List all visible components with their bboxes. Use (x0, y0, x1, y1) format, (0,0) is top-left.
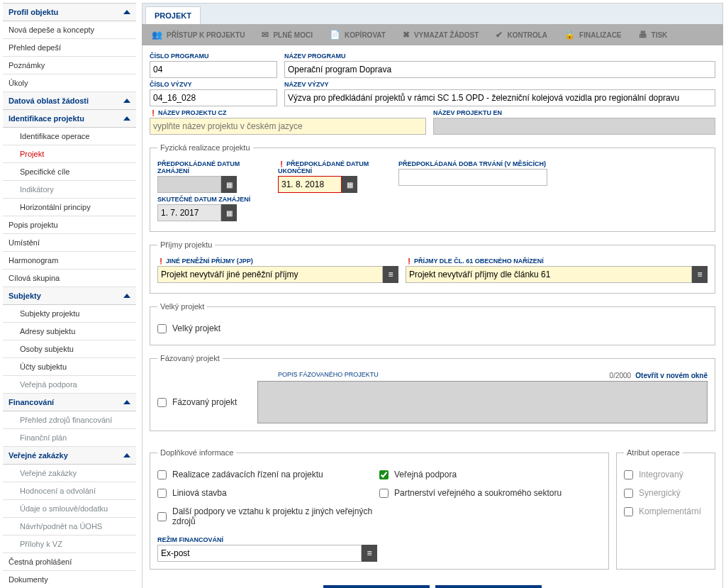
calendar-icon[interactable]: ▦ (221, 204, 237, 221)
fieldset-doplnkove: Doplňkové informace Realizace zadávacích… (150, 448, 609, 570)
chk-velky[interactable] (157, 324, 167, 333)
chk-realizace[interactable] (157, 470, 167, 479)
sidebar-item-vz[interactable]: Veřejné zakázky (3, 465, 136, 482)
main-panel: PROJEKT 👥PŘÍSTUP K PROJEKTU ✉PLNÉ MOCI 📄… (142, 0, 726, 588)
fieldset-atribut: Atribut operace Integrovaný Synergický K… (616, 448, 715, 570)
sidebar-item-udaje-smlouva[interactable]: Údaje o smlouvě/dodatku (3, 500, 136, 518)
sidebar-item-nova-depese[interactable]: Nová depeše a koncepty (3, 21, 136, 39)
lbl-chk-velky: Velký projekt (172, 323, 220, 333)
list-icon[interactable]: ≡ (383, 266, 398, 283)
input-skutecne[interactable] (157, 204, 221, 221)
input-trvani[interactable] (398, 169, 547, 186)
sidebar-item-harmonogram[interactable]: Harmonogram (3, 252, 136, 270)
lbl-cl61: PŘÍJMY DLE ČL. 61 OBECNÉHO NAŘÍZENÍ (406, 257, 708, 265)
input-cislo-vyzvy[interactable] (150, 89, 277, 106)
list-icon[interactable]: ≡ (692, 266, 708, 283)
btn-pristup[interactable]: 👥PŘÍSTUP K PROJEKTU (145, 27, 252, 43)
chevron-up-icon (123, 400, 130, 404)
sidebar-header-financovani[interactable]: Financování (3, 394, 136, 411)
sidebar-item-specificke-cile[interactable]: Specifické cíle (3, 163, 136, 181)
sidebar-item-ukoly[interactable]: Úkoly (3, 74, 136, 92)
sidebar-header-subjekty[interactable]: Subjekty (3, 287, 136, 305)
input-ukonceni[interactable] (278, 176, 342, 193)
fieldset-prijmy: Příjmy projektu JINÉ PENĚŽNÍ PŘÍJMY (JPP… (150, 240, 715, 294)
sidebar-item-horizontalni[interactable]: Horizontální principy (3, 199, 136, 216)
calendar-icon[interactable]: ▦ (221, 176, 237, 193)
chk-fazovany[interactable] (157, 398, 167, 407)
input-nazev-vyzvy[interactable] (284, 89, 715, 106)
print-icon: 🖶 (639, 30, 647, 40)
input-jpp[interactable] (157, 266, 383, 283)
fieldset-velky: Velký projekt Velký projekt (150, 302, 715, 345)
lbl-nazev-en: NÁZEV PROJEKTU EN (433, 109, 715, 116)
lock-icon: 🔒 (564, 30, 575, 40)
delete-icon: ✖ (403, 30, 410, 40)
input-nazev-programu[interactable] (284, 61, 715, 78)
sidebar-item-adresy[interactable]: Adresy subjektu (3, 323, 136, 340)
sidebar-item-umisteni[interactable]: Umístění (3, 234, 136, 252)
lbl-rezim: REŽIM FINANCOVÁNÍ (157, 536, 377, 543)
input-cislo-programu[interactable] (150, 61, 277, 78)
sidebar-item-osoby[interactable]: Osoby subjektu (3, 340, 136, 358)
chevron-up-icon (123, 116, 130, 121)
lbl-trvani: PŘEDPOKLÁDANÁ DOBA TRVÁNÍ (V MĚSÍCÍCH) (398, 160, 547, 167)
btn-tisk[interactable]: 🖶TISK (632, 27, 675, 43)
btn-kopirovat[interactable]: 📄KOPÍROVAT (323, 27, 393, 43)
sidebar-item-identifikace-operace[interactable]: Identifikace operace (3, 128, 136, 145)
save-button[interactable]: Uložit (323, 585, 430, 588)
check-icon: ✔ (496, 30, 503, 40)
link-open-window[interactable]: Otevřít v novém okně (635, 372, 708, 379)
sidebar-item-projekt[interactable]: Projekt (3, 145, 136, 163)
input-cl61[interactable] (406, 266, 692, 283)
sidebar-header-datova[interactable]: Datová oblast žádosti (3, 92, 136, 110)
input-nazev-cz[interactable] (150, 118, 426, 135)
sidebar-item-verejna-podpora[interactable]: Veřejná podpora (3, 376, 136, 394)
lbl-popis-faz: POPIS FÁZOVANÉHO PROJEKTU (278, 371, 379, 378)
sidebar-item-popis[interactable]: Popis projektu (3, 216, 136, 234)
sidebar: Profil objektu Nová depeše a koncepty Př… (0, 0, 142, 588)
faz-counter: 0/2000 (610, 372, 632, 379)
sidebar-item-subjekty-projektu[interactable]: Subjekty projektu (3, 305, 136, 323)
calendar-icon[interactable]: ▦ (342, 176, 357, 193)
sidebar-item-hodnoceni[interactable]: Hodnocení a odvolání (3, 482, 136, 500)
lbl-nazev-vyzvy: NÁZEV VÝZVY (284, 81, 715, 88)
chk-synergicky[interactable] (624, 489, 633, 498)
people-icon: 👥 (152, 30, 162, 40)
sidebar-header-verejne-zakazky[interactable]: Veřejné zakázky (3, 447, 136, 465)
chk-partnerstvi[interactable] (379, 489, 389, 498)
chk-liniova[interactable] (157, 489, 167, 498)
list-icon[interactable]: ≡ (362, 545, 377, 562)
btn-vymazat[interactable]: ✖VYMAZAT ŽÁDOST (396, 27, 486, 43)
btn-finalizace[interactable]: 🔒FINALIZACE (557, 27, 628, 43)
fieldset-fazovany: Fázovaný projekt POPIS FÁZOVANÉHO PROJEK… (150, 354, 715, 431)
form: ČÍSLO PROGRAMU NÁZEV PROGRAMU ČÍSLO VÝZV… (142, 45, 723, 588)
chk-integrovany[interactable] (624, 470, 633, 479)
chk-dalsi[interactable] (157, 512, 167, 521)
chk-verejna[interactable] (379, 470, 389, 479)
sidebar-item-prilohy-vz[interactable]: Přílohy k VZ (3, 536, 136, 553)
sidebar-item-cestna[interactable]: Čestná prohlášení (3, 553, 136, 571)
lbl-skutecne: SKUTEČNÉ DATUM ZAHÁJENÍ (157, 196, 271, 203)
sidebar-item-cilova[interactable]: Cílová skupina (3, 270, 136, 287)
btn-kontrola[interactable]: ✔KONTROLA (488, 27, 554, 43)
sidebar-item-prehled-zdroju[interactable]: Přehled zdrojů financování (3, 411, 136, 429)
sidebar-item-navrh-uohs[interactable]: Návrh/podnět na ÚOHS (3, 518, 136, 536)
sidebar-item-financni-plan[interactable]: Finanční plán (3, 429, 136, 447)
sidebar-item-ucty[interactable]: Účty subjektu (3, 358, 136, 376)
legend-fazovany: Fázovaný projekt (157, 354, 223, 362)
chk-komplementarni[interactable] (624, 507, 633, 516)
btn-plne-moci[interactable]: ✉PLNÉ MOCI (255, 27, 320, 43)
sidebar-item-dokumenty[interactable]: Dokumenty (3, 571, 136, 588)
chevron-up-icon (123, 10, 130, 14)
sidebar-item-poznamky[interactable]: Poznámky (3, 57, 136, 74)
sidebar-item-prehled-depesi[interactable]: Přehled depeší (3, 39, 136, 57)
tab-projekt[interactable]: PROJEKT (145, 6, 201, 24)
input-nazev-en[interactable] (433, 118, 715, 135)
sidebar-header-profil[interactable]: Profil objektu (3, 3, 136, 21)
textarea-popis-faz[interactable] (257, 381, 708, 423)
sidebar-item-indikatory[interactable]: Indikátory (3, 181, 136, 199)
input-rezim[interactable] (157, 545, 362, 562)
cancel-button[interactable]: Storno (435, 585, 542, 588)
input-zahajeni[interactable] (157, 176, 221, 193)
sidebar-header-identifikace[interactable]: Identifikace projektu (3, 110, 136, 128)
